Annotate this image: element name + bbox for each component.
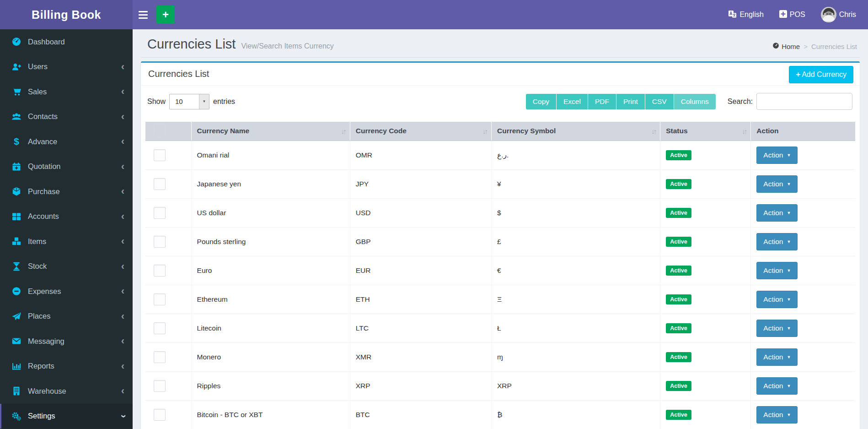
language-menu[interactable]: English	[728, 10, 763, 20]
table-row: Ethereum ETH Ξ Active Action▼	[145, 285, 855, 314]
select-all-header[interactable]	[145, 122, 191, 141]
currency-code-cell: JPY	[350, 169, 491, 198]
gears-icon	[11, 411, 22, 421]
chevron-left-icon: ‹	[121, 361, 124, 371]
sidebar-item-purchase[interactable]: Purchase ‹	[0, 179, 133, 204]
row-checkbox[interactable]	[154, 265, 166, 277]
row-checkbox[interactable]	[154, 380, 166, 392]
action-dropdown-button[interactable]: Action▼	[756, 204, 798, 222]
breadcrumb-home-link[interactable]: Home	[772, 42, 800, 50]
table-row: Euro EUR € Active Action▼	[145, 256, 855, 285]
chevron-left-icon: ‹	[121, 286, 124, 296]
language-icon	[728, 10, 737, 20]
print-button[interactable]: Print	[616, 94, 645, 109]
row-checkbox[interactable]	[154, 178, 166, 190]
sort-icon: ↓↑	[341, 127, 345, 135]
panel-title: Currencies List	[148, 69, 209, 79]
sidebar-toggle-button[interactable]	[133, 0, 154, 29]
sidebar-item-messaging[interactable]: Messaging ‹	[0, 329, 133, 354]
envelope-icon	[11, 336, 22, 346]
row-checkbox[interactable]	[154, 409, 166, 421]
table-row: US dollar USD $ Active Action▼	[145, 198, 855, 227]
chevron-left-icon: ‹	[121, 311, 124, 321]
content-header: Currencies List View/Search Items Curren…	[141, 29, 860, 58]
user-name: Chris	[839, 11, 856, 19]
columns-button[interactable]: Columns	[674, 94, 716, 109]
table-toolbar: Show 10 ▼ entries Copy Excel PDF Print C…	[141, 86, 860, 119]
caret-down-icon: ▼	[787, 297, 791, 302]
action-dropdown-button[interactable]: Action▼	[756, 348, 798, 366]
action-dropdown-button[interactable]: Action▼	[756, 175, 798, 193]
quick-add-button[interactable]: +	[156, 5, 175, 24]
row-checkbox[interactable]	[154, 293, 166, 305]
row-checkbox[interactable]	[154, 322, 166, 334]
select-arrow-icon: ▼	[199, 94, 209, 109]
sidebar-item-reports[interactable]: Reports ‹	[0, 354, 133, 379]
currency-symbol-cell: ₿	[491, 400, 660, 429]
sidebar-item-expenses[interactable]: Expenses ‹	[0, 279, 133, 304]
sidebar-item-items[interactable]: Items ‹	[0, 229, 133, 254]
sidebar-item-users[interactable]: Users ‹	[0, 54, 133, 80]
row-checkbox[interactable]	[154, 351, 166, 363]
action-dropdown-button[interactable]: Action▼	[756, 377, 798, 395]
column-header-currency-name[interactable]: Currency Name ↓↑	[191, 122, 350, 141]
sidebar-item-accounts[interactable]: Accounts ‹	[0, 204, 133, 229]
sidebar-item-sales[interactable]: Sales ‹	[0, 79, 133, 104]
hourglass-icon	[11, 261, 22, 272]
sidebar-item-warehouse[interactable]: Warehouse ‹	[0, 379, 133, 404]
currencies-table: Currency Name ↓↑ Currency Code ↓↑ Curren…	[145, 122, 855, 429]
chevron-left-icon: ‹	[121, 62, 124, 72]
breadcrumb-current: Currencies List	[811, 43, 857, 50]
action-dropdown-button[interactable]: Action▼	[756, 320, 798, 337]
action-dropdown-button[interactable]: Action▼	[756, 147, 798, 164]
column-header-currency-code[interactable]: Currency Code ↓↑	[350, 122, 491, 141]
search-input[interactable]	[756, 93, 852, 110]
caret-down-icon: ▼	[787, 182, 791, 186]
currency-symbol-cell: £	[491, 227, 660, 256]
table-row: Monero XMR ɱ Active Action▼	[145, 342, 855, 371]
action-dropdown-button[interactable]: Action▼	[756, 291, 798, 308]
row-checkbox[interactable]	[154, 236, 166, 248]
app-logo[interactable]: Billing Book	[0, 0, 133, 29]
table-row: Litecoin LTC Ł Active Action▼	[145, 314, 855, 342]
add-currency-button[interactable]: + Add Currency	[789, 66, 853, 83]
sidebar-item-quotation[interactable]: Quotation ‹	[0, 154, 133, 179]
user-menu[interactable]: Chris	[821, 7, 856, 22]
chevron-left-icon: ‹	[121, 186, 124, 196]
column-header-status[interactable]: Status ↓↑	[660, 122, 751, 141]
pdf-button[interactable]: PDF	[588, 94, 616, 109]
excel-button[interactable]: Excel	[557, 94, 588, 109]
sidebar-item-settings[interactable]: Settings ‹	[0, 404, 133, 429]
breadcrumb-separator: >	[804, 43, 808, 50]
sidebar-item-stock[interactable]: Stock ‹	[0, 254, 133, 279]
sidebar-item-places[interactable]: Places ‹	[0, 304, 133, 329]
copy-button[interactable]: Copy	[526, 94, 557, 109]
page-size-select[interactable]: 10 ▼	[169, 94, 209, 109]
currency-name-cell: US dollar	[191, 198, 350, 227]
sidebar: Dashboard Users ‹ Sales ‹ Conta	[0, 29, 133, 429]
column-header-currency-symbol[interactable]: Currency Symbol ↓↑	[491, 122, 660, 141]
cubes-icon	[11, 236, 22, 246]
row-checkbox[interactable]	[154, 149, 166, 161]
csv-button[interactable]: CSV	[645, 94, 674, 109]
sidebar-item-dashboard[interactable]: Dashboard	[0, 29, 133, 54]
chevron-left-icon: ‹	[121, 261, 124, 272]
main-content: Currencies List View/Search Items Curren…	[133, 29, 868, 429]
sidebar-item-contacts[interactable]: Contacts ‹	[0, 104, 133, 130]
select-all-checkbox[interactable]	[154, 124, 166, 138]
calendar-plus-icon	[11, 162, 22, 172]
action-dropdown-button[interactable]: Action▼	[756, 406, 798, 424]
currency-name-cell: Ethereum	[191, 285, 350, 314]
row-checkbox[interactable]	[154, 207, 166, 219]
action-dropdown-button[interactable]: Action▼	[756, 233, 798, 250]
dollar-icon: $	[11, 136, 22, 147]
status-badge: Active	[666, 352, 691, 362]
page-title: Currencies List	[147, 37, 236, 52]
sidebar-item-advance[interactable]: $ Advance ‹	[0, 129, 133, 154]
users-group-icon	[11, 112, 22, 122]
pos-menu[interactable]: POS	[779, 10, 805, 20]
pos-label: POS	[790, 11, 805, 19]
home-dashboard-icon	[772, 42, 779, 50]
caret-down-icon: ▼	[787, 326, 791, 331]
action-dropdown-button[interactable]: Action▼	[756, 262, 798, 279]
